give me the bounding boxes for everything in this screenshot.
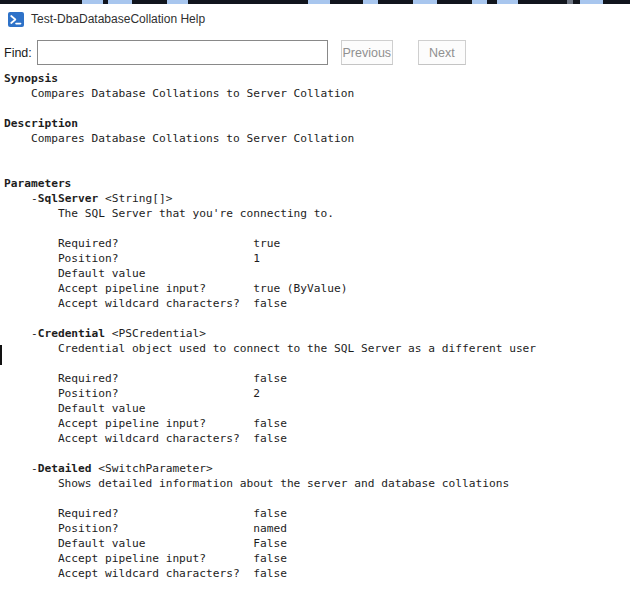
- table-row: Accept pipeline input?false: [58, 416, 630, 431]
- window-title: Test-DbaDatabaseCollation Help: [31, 12, 205, 26]
- parameter-description: Credential object used to connect to the…: [4, 341, 630, 356]
- table-row: Default valueFalse: [58, 536, 630, 551]
- table-row: Position?1: [58, 251, 630, 266]
- background-window-strip: [0, 0, 630, 4]
- parameter-name-line: -Detailed <SwitchParameter>: [4, 461, 630, 476]
- parameter-name-line: -Credential <PSCredential>: [4, 326, 630, 341]
- help-content: Synopsis Compares Database Collations to…: [0, 71, 630, 596]
- powershell-icon: [8, 12, 24, 27]
- table-row: Position?2: [58, 386, 630, 401]
- parameter-name: Credential: [38, 327, 105, 340]
- description-section: Description Compares Database Collations…: [4, 116, 630, 146]
- parameter-sqlserver: -SqlServer <String[]> The SQL Server tha…: [4, 191, 630, 311]
- parameter-description: Shows detailed information about the ser…: [4, 476, 630, 491]
- synopsis-heading: Synopsis: [4, 71, 630, 86]
- parameter-name: Detailed: [38, 462, 92, 475]
- strip-segment: [580, 0, 603, 4]
- table-row: Position?named: [58, 521, 630, 536]
- find-label: Find:: [4, 46, 32, 60]
- parameter-type: <SwitchParameter>: [92, 462, 213, 475]
- text-caret: [0, 345, 2, 365]
- table-row: Required?true: [58, 236, 630, 251]
- table-row: Accept wildcard characters?false: [58, 566, 630, 581]
- parameter-detailed: -Detailed <SwitchParameter> Shows detail…: [4, 461, 630, 581]
- strip-segment: [413, 0, 437, 4]
- table-row: Accept pipeline input?true (ByValue): [58, 281, 630, 296]
- table-row: Default value: [58, 401, 630, 416]
- parameter-name-line: -SqlServer <String[]>: [4, 191, 630, 206]
- strip-segment: [167, 0, 188, 4]
- find-input[interactable]: [37, 40, 328, 65]
- parameter-credential: -Credential <PSCredential> Credential ob…: [4, 326, 630, 446]
- find-bar: Find: Previous Next: [0, 34, 630, 65]
- parameter-type: <PSCredential>: [105, 327, 206, 340]
- parameter-type: <String[]>: [98, 192, 172, 205]
- parameter-description: The SQL Server that you're connecting to…: [4, 206, 630, 221]
- table-row: Accept wildcard characters?false: [58, 296, 630, 311]
- table-row: Accept pipeline input?false: [58, 551, 630, 566]
- title-bar: Test-DbaDatabaseCollation Help: [0, 4, 630, 34]
- table-row: Default value: [58, 266, 630, 281]
- description-text: Compares Database Collations to Server C…: [4, 131, 630, 146]
- parameter-name: SqlServer: [38, 192, 99, 205]
- next-button[interactable]: Next: [418, 40, 466, 65]
- parameters-heading: Parameters: [4, 176, 630, 191]
- strip-segment: [497, 0, 518, 4]
- table-row: Required?false: [58, 371, 630, 386]
- synopsis-text: Compares Database Collations to Server C…: [4, 86, 630, 101]
- strip-segment: [308, 0, 330, 4]
- strip-segment: [363, 0, 378, 4]
- parameters-section: Parameters -SqlServer <String[]> The SQL…: [4, 176, 630, 581]
- table-row: Accept wildcard characters?false: [58, 431, 630, 446]
- table-row: Required?false: [58, 506, 630, 521]
- parameter-table: Required?false Position?named Default va…: [4, 506, 630, 581]
- strip-segment: [567, 0, 573, 4]
- parameter-table: Required?true Position?1 Default value A…: [4, 236, 630, 311]
- strip-segment: [472, 0, 487, 4]
- strip-segment: [108, 0, 132, 4]
- previous-button[interactable]: Previous: [341, 40, 393, 65]
- parameter-table: Required?false Position?2 Default value …: [4, 371, 630, 446]
- synopsis-section: Synopsis Compares Database Collations to…: [4, 71, 630, 101]
- strip-segment: [82, 0, 103, 4]
- description-heading: Description: [4, 116, 630, 131]
